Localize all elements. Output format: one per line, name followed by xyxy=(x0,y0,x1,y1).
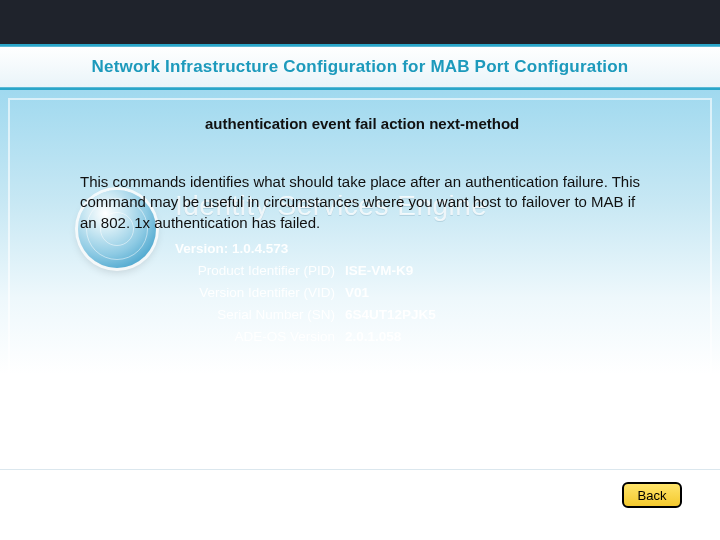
page-title: Network Infrastructure Configuration for… xyxy=(92,57,629,77)
pid-label: Product Identifier (PID) xyxy=(175,260,335,282)
pid-value: ISE-VM-K9 xyxy=(345,260,413,282)
back-button-label: Back xyxy=(638,488,667,503)
callout-description: This commands identifies what should tak… xyxy=(80,172,655,233)
top-dark-band xyxy=(0,0,720,44)
version-line: Version: 1.0.4.573 xyxy=(175,238,436,260)
ade-label: ADE-OS Version xyxy=(175,326,335,348)
provide-feedback-link[interactable]: Provide Feedback xyxy=(175,372,288,388)
about-panel: Identity Services Engine Version: 1.0.4.… xyxy=(0,90,720,470)
sn-value: 6S4UT12PJK5 xyxy=(345,304,436,326)
sn-label: Serial Number (SN) xyxy=(175,304,335,326)
ade-value: 2.0.1.058 xyxy=(345,326,401,348)
vid-label: Version Identifier (VID) xyxy=(175,282,335,304)
back-button[interactable]: Back xyxy=(622,482,682,508)
callout-command: authentication event fail action next-me… xyxy=(205,115,519,132)
title-bar: Network Infrastructure Configuration for… xyxy=(0,44,720,90)
vid-value: V01 xyxy=(345,282,369,304)
product-details: Version: 1.0.4.573 Product Identifier (P… xyxy=(175,238,436,348)
